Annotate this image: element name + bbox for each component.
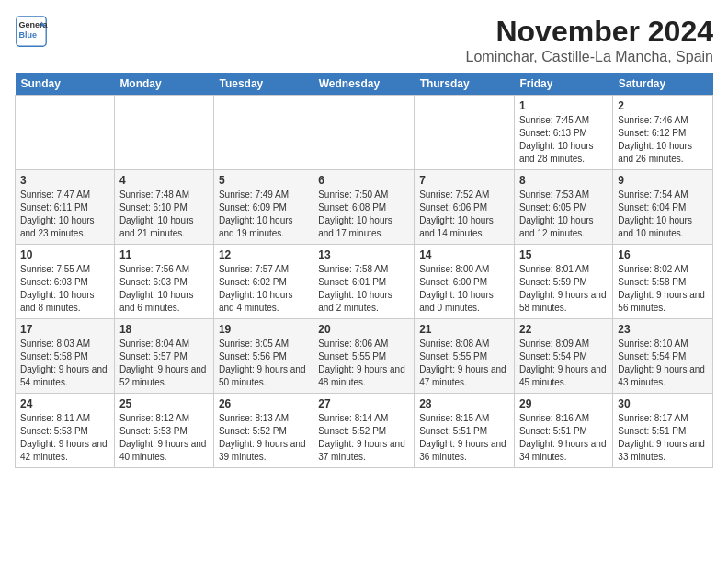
calendar-day-cell: 11Sunrise: 7:56 AM Sunset: 6:03 PM Dayli…: [114, 245, 213, 319]
day-info: Sunrise: 7:48 AM Sunset: 6:10 PM Dayligh…: [119, 189, 209, 240]
calendar-week-row: 17Sunrise: 8:03 AM Sunset: 5:58 PM Dayli…: [16, 319, 713, 394]
day-info: Sunrise: 8:09 AM Sunset: 5:54 PM Dayligh…: [519, 338, 608, 389]
day-info: Sunrise: 8:13 AM Sunset: 5:52 PM Dayligh…: [219, 412, 308, 464]
day-number: 5: [219, 174, 308, 187]
day-info: Sunrise: 7:47 AM Sunset: 6:11 PM Dayligh…: [20, 189, 109, 240]
month-title: November 2024: [466, 15, 713, 49]
day-number: 24: [20, 397, 109, 410]
day-number: 15: [519, 248, 608, 261]
day-number: 30: [618, 397, 708, 410]
day-number: 12: [219, 248, 308, 261]
calendar-day-cell: 3Sunrise: 7:47 AM Sunset: 6:11 PM Daylig…: [16, 170, 115, 245]
calendar-day-cell: 4Sunrise: 7:48 AM Sunset: 6:10 PM Daylig…: [114, 170, 213, 245]
svg-text:Blue: Blue: [19, 30, 38, 40]
weekday-header-cell: Thursday: [415, 73, 515, 96]
day-number: 8: [519, 174, 608, 187]
logo: General Blue: [15, 15, 48, 48]
calendar-day-cell: 5Sunrise: 7:49 AM Sunset: 6:09 PM Daylig…: [213, 170, 313, 245]
calendar-week-row: 1Sunrise: 7:45 AM Sunset: 6:13 PM Daylig…: [16, 96, 713, 170]
calendar-week-row: 10Sunrise: 7:55 AM Sunset: 6:03 PM Dayli…: [16, 245, 713, 319]
logo-icon: General Blue: [15, 15, 48, 48]
calendar-day-cell: 20Sunrise: 8:06 AM Sunset: 5:55 PM Dayli…: [313, 319, 415, 394]
calendar-day-cell: 29Sunrise: 8:16 AM Sunset: 5:51 PM Dayli…: [514, 394, 612, 468]
day-info: Sunrise: 8:10 AM Sunset: 5:54 PM Dayligh…: [618, 338, 708, 389]
day-info: Sunrise: 7:46 AM Sunset: 6:12 PM Dayligh…: [618, 114, 708, 166]
calendar-day-cell: 27Sunrise: 8:14 AM Sunset: 5:52 PM Dayli…: [313, 394, 415, 468]
day-info: Sunrise: 7:49 AM Sunset: 6:09 PM Dayligh…: [219, 189, 308, 240]
calendar-day-cell: 12Sunrise: 7:57 AM Sunset: 6:02 PM Dayli…: [213, 245, 313, 319]
day-info: Sunrise: 8:12 AM Sunset: 5:53 PM Dayligh…: [119, 412, 209, 464]
day-number: 18: [119, 323, 209, 336]
calendar-body: 1Sunrise: 7:45 AM Sunset: 6:13 PM Daylig…: [16, 96, 713, 468]
day-number: 22: [519, 323, 608, 336]
calendar-day-cell: 8Sunrise: 7:53 AM Sunset: 6:05 PM Daylig…: [514, 170, 612, 245]
day-info: Sunrise: 7:55 AM Sunset: 6:03 PM Dayligh…: [20, 263, 109, 315]
day-number: 25: [119, 397, 209, 410]
weekday-header-cell: Friday: [514, 73, 612, 96]
day-info: Sunrise: 7:54 AM Sunset: 6:04 PM Dayligh…: [618, 189, 708, 240]
day-info: Sunrise: 7:50 AM Sunset: 6:08 PM Dayligh…: [318, 189, 409, 240]
day-info: Sunrise: 7:45 AM Sunset: 6:13 PM Dayligh…: [519, 114, 608, 166]
calendar-day-cell: 17Sunrise: 8:03 AM Sunset: 5:58 PM Dayli…: [16, 319, 115, 394]
calendar-day-cell: 15Sunrise: 8:01 AM Sunset: 5:59 PM Dayli…: [514, 245, 612, 319]
day-info: Sunrise: 7:58 AM Sunset: 6:01 PM Dayligh…: [318, 263, 409, 315]
day-info: Sunrise: 8:03 AM Sunset: 5:58 PM Dayligh…: [20, 338, 109, 389]
day-info: Sunrise: 7:52 AM Sunset: 6:06 PM Dayligh…: [419, 189, 509, 240]
weekday-header-cell: Sunday: [16, 73, 115, 96]
calendar-day-cell: 21Sunrise: 8:08 AM Sunset: 5:55 PM Dayli…: [415, 319, 515, 394]
day-number: 17: [20, 323, 109, 336]
calendar-day-cell: 26Sunrise: 8:13 AM Sunset: 5:52 PM Dayli…: [213, 394, 313, 468]
weekday-header-cell: Wednesday: [313, 73, 415, 96]
day-number: 23: [618, 323, 708, 336]
day-number: 4: [119, 174, 209, 187]
calendar-day-cell: [213, 96, 313, 170]
day-info: Sunrise: 8:00 AM Sunset: 6:00 PM Dayligh…: [419, 263, 509, 315]
weekday-header-cell: Monday: [114, 73, 213, 96]
day-info: Sunrise: 8:08 AM Sunset: 5:55 PM Dayligh…: [419, 338, 509, 389]
day-number: 27: [318, 397, 409, 410]
calendar-day-cell: 2Sunrise: 7:46 AM Sunset: 6:12 PM Daylig…: [613, 96, 713, 170]
title-area: November 2024 Lominchar, Castille-La Man…: [466, 15, 713, 65]
day-number: 28: [419, 397, 509, 410]
weekday-header-cell: Saturday: [613, 73, 713, 96]
day-info: Sunrise: 7:56 AM Sunset: 6:03 PM Dayligh…: [119, 263, 209, 315]
calendar-day-cell: 18Sunrise: 8:04 AM Sunset: 5:57 PM Dayli…: [114, 319, 213, 394]
calendar-day-cell: 9Sunrise: 7:54 AM Sunset: 6:04 PM Daylig…: [613, 170, 713, 245]
day-info: Sunrise: 8:04 AM Sunset: 5:57 PM Dayligh…: [119, 338, 209, 389]
day-info: Sunrise: 8:01 AM Sunset: 5:59 PM Dayligh…: [519, 263, 608, 315]
day-info: Sunrise: 7:57 AM Sunset: 6:02 PM Dayligh…: [219, 263, 308, 315]
calendar-week-row: 24Sunrise: 8:11 AM Sunset: 5:53 PM Dayli…: [16, 394, 713, 468]
day-info: Sunrise: 8:11 AM Sunset: 5:53 PM Dayligh…: [20, 412, 109, 464]
calendar-day-cell: 30Sunrise: 8:17 AM Sunset: 5:51 PM Dayli…: [613, 394, 713, 468]
calendar-day-cell: 10Sunrise: 7:55 AM Sunset: 6:03 PM Dayli…: [16, 245, 115, 319]
calendar-table: SundayMondayTuesdayWednesdayThursdayFrid…: [15, 73, 713, 468]
day-number: 16: [618, 248, 708, 261]
calendar-day-cell: [114, 96, 213, 170]
day-info: Sunrise: 8:17 AM Sunset: 5:51 PM Dayligh…: [618, 412, 708, 464]
day-number: 14: [419, 248, 509, 261]
calendar-day-cell: 22Sunrise: 8:09 AM Sunset: 5:54 PM Dayli…: [514, 319, 612, 394]
calendar-day-cell: 16Sunrise: 8:02 AM Sunset: 5:58 PM Dayli…: [613, 245, 713, 319]
day-number: 19: [219, 323, 308, 336]
day-number: 10: [20, 248, 109, 261]
calendar-day-cell: 14Sunrise: 8:00 AM Sunset: 6:00 PM Dayli…: [415, 245, 515, 319]
calendar-week-row: 3Sunrise: 7:47 AM Sunset: 6:11 PM Daylig…: [16, 170, 713, 245]
day-number: 26: [219, 397, 308, 410]
weekday-header-row: SundayMondayTuesdayWednesdayThursdayFrid…: [16, 73, 713, 96]
day-number: 7: [419, 174, 509, 187]
day-number: 20: [318, 323, 409, 336]
header: General Blue November 2024 Lominchar, Ca…: [15, 15, 713, 65]
calendar-day-cell: 24Sunrise: 8:11 AM Sunset: 5:53 PM Dayli…: [16, 394, 115, 468]
calendar-day-cell: 25Sunrise: 8:12 AM Sunset: 5:53 PM Dayli…: [114, 394, 213, 468]
day-number: 2: [618, 99, 708, 112]
day-number: 21: [419, 323, 509, 336]
day-number: 13: [318, 248, 409, 261]
calendar-day-cell: 6Sunrise: 7:50 AM Sunset: 6:08 PM Daylig…: [313, 170, 415, 245]
day-info: Sunrise: 8:14 AM Sunset: 5:52 PM Dayligh…: [318, 412, 409, 464]
calendar-day-cell: 13Sunrise: 7:58 AM Sunset: 6:01 PM Dayli…: [313, 245, 415, 319]
calendar-day-cell: 28Sunrise: 8:15 AM Sunset: 5:51 PM Dayli…: [415, 394, 515, 468]
day-info: Sunrise: 8:05 AM Sunset: 5:56 PM Dayligh…: [219, 338, 308, 389]
calendar-day-cell: [415, 96, 515, 170]
calendar-day-cell: 23Sunrise: 8:10 AM Sunset: 5:54 PM Dayli…: [613, 319, 713, 394]
day-info: Sunrise: 8:16 AM Sunset: 5:51 PM Dayligh…: [519, 412, 608, 464]
